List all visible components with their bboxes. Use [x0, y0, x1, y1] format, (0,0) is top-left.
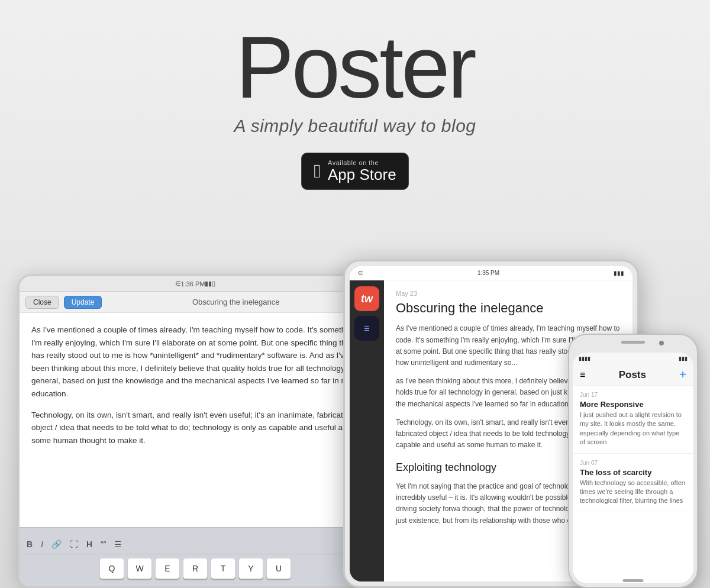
post-2-title: The loss of scarcity: [580, 468, 686, 477]
app-store-text: Available on the App Store: [328, 159, 396, 183]
iphone-inner: ▮▮▮▮ ▮▮▮ ≡ Posts + Jun 17 More Responsiv…: [573, 353, 693, 583]
iphone-posts-list: Jun 17 More Responsive I just pushed out…: [573, 386, 693, 583]
ipad-editor-statusbar: ∈ 1:36 PM ▮▮▯: [20, 276, 371, 292]
ipad-editor-keyboard: B I 🔗 ⛶ H “” ☰ Q W E R T Y U: [20, 527, 371, 586]
iphone-battery-icon: ▮▮▮: [679, 356, 688, 361]
key-y[interactable]: Y: [238, 558, 263, 579]
ipad-reader-time: 1:35 PM: [477, 270, 499, 276]
iphone-menu-icon[interactable]: ≡: [580, 370, 585, 380]
keyboard-row-1: Q W E R T Y U: [95, 558, 296, 579]
posts-icon[interactable]: ☰: [354, 316, 379, 341]
iphone-header-title: Posts: [619, 369, 646, 381]
close-button[interactable]: Close: [25, 296, 59, 309]
ipad-editor-frame: ∈ 1:36 PM ▮▮▯ Close Update Obscuring the…: [18, 274, 373, 588]
post-2-date: Jun 07: [580, 460, 686, 466]
ipad-editor-wifi-icon: ∈: [175, 280, 181, 287]
link-icon[interactable]: 🔗: [51, 539, 62, 549]
article-date: May 23: [396, 290, 621, 297]
iphone-posts: ▮▮▮▮ ▮▮▮ ≡ Posts + Jun 17 More Responsiv…: [568, 334, 698, 588]
iphone-frame: ▮▮▮▮ ▮▮▮ ≡ Posts + Jun 17 More Responsiv…: [568, 334, 698, 588]
bold-icon[interactable]: B: [27, 539, 33, 549]
ipad-editor-toolbar: Close Update Obscuring the inelegance: [20, 292, 371, 313]
ipad-reader-sidebar: tw ☰: [350, 280, 384, 581]
ipad-editor: ∈ 1:36 PM ▮▮▯ Close Update Obscuring the…: [18, 274, 373, 588]
key-e[interactable]: E: [155, 558, 180, 579]
keyboard-formatting-toolbar: B I 🔗 ⛶ H “” ☰: [20, 535, 371, 554]
list-icon[interactable]: ☰: [114, 539, 122, 549]
ipad-reader-wifi-icon: ∈: [358, 270, 363, 276]
editor-paragraph-2: Technology, on its own, isn't smart, and…: [31, 409, 359, 447]
list-item[interactable]: Jun 17 More Responsive I just pushed out…: [573, 386, 693, 454]
editor-paragraph-1: As I've mentioned a couple of times alre…: [31, 324, 359, 400]
app-icon-letter: tw: [361, 293, 373, 305]
apple-icon: : [314, 161, 321, 180]
ipad-editor-time: 1:36 PM: [181, 280, 205, 287]
posts-icon-symbol: ☰: [364, 325, 370, 332]
devices-section: ∈ 1:36 PM ▮▮▯ Close Update Obscuring the…: [0, 257, 710, 588]
app-subtitle: A simply beautiful way to blog: [0, 116, 710, 136]
ipad-reader-statusbar: ∈ 1:35 PM ▮▮▮: [350, 266, 632, 280]
ipad-editor-battery-icon: ▮▮▯: [205, 280, 215, 287]
iphone-home-indicator[interactable]: [623, 579, 644, 582]
key-r[interactable]: R: [183, 558, 208, 579]
iphone-statusbar: ▮▮▮▮ ▮▮▮: [573, 353, 693, 364]
ipad-reader-battery: ▮▮▮: [614, 270, 624, 276]
app-store-name-label: App Store: [328, 166, 396, 183]
list-item[interactable]: Jun 07 The loss of scarcity With technol…: [573, 454, 693, 512]
iphone-add-button[interactable]: +: [679, 368, 686, 382]
ipad-editor-content: As I've mentioned a couple of times alre…: [20, 313, 371, 527]
italic-icon[interactable]: I: [41, 539, 43, 549]
key-u[interactable]: U: [266, 558, 291, 579]
quote-icon[interactable]: “”: [101, 539, 106, 549]
iphone-signal-icon: ▮▮▮▮: [579, 356, 590, 361]
update-button[interactable]: Update: [64, 296, 102, 309]
post-2-excerpt: With technology so accessible, often tim…: [580, 479, 686, 506]
header-section: Poster A simply beautiful way to blog  …: [0, 0, 710, 190]
app-icon[interactable]: tw: [354, 286, 379, 311]
post-1-excerpt: I just pushed out a slight revision to m…: [580, 411, 686, 447]
ipad-editor-doc-title: Obscuring the inelegance: [106, 298, 365, 306]
heading-icon[interactable]: H: [86, 539, 92, 549]
post-1-title: More Responsive: [580, 400, 686, 409]
key-w[interactable]: W: [127, 558, 152, 579]
article-title: Obscuring the inelegance: [396, 301, 621, 316]
iphone-header: ≡ Posts +: [573, 364, 693, 386]
post-1-date: Jun 17: [580, 392, 686, 398]
key-t[interactable]: T: [211, 558, 235, 579]
image-icon[interactable]: ⛶: [70, 539, 78, 549]
iphone-speaker: [621, 341, 645, 344]
key-q[interactable]: Q: [99, 558, 124, 579]
iphone-camera: [659, 341, 664, 345]
app-store-button[interactable]:  Available on the App Store: [301, 153, 408, 190]
app-title: Poster: [0, 24, 710, 111]
